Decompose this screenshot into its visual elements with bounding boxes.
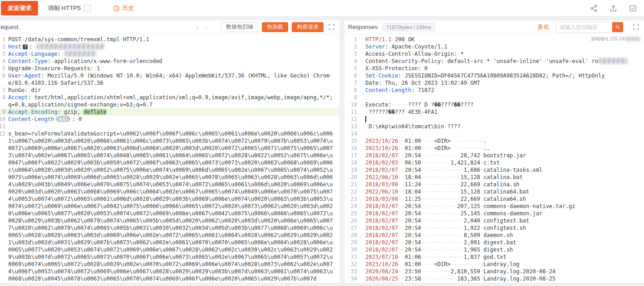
- code-line[interactable]: 7Date:·Thu,·26·Oct·2023·13:02:49·GMT: [344, 79, 644, 87]
- export-icon[interactable]: [610, 5, 617, 12]
- response-viewer[interactable]: 1HTTP/1.1·200·OK2Server:·Apache-Coyote/1…: [344, 34, 644, 283]
- code-line[interactable]: 162023/10/26··01:00····<DIR>··········..: [344, 145, 644, 152]
- code-line[interactable]: 5X-XSS-Protection:·0: [344, 65, 644, 72]
- code-text: ··: [398, 247, 404, 253]
- code-line[interactable]: 1POST·/data/sys-common/treexml.tmpl·HTTP…: [0, 36, 339, 43]
- code-text: D:\ekp\win64\tomcat\bin: [369, 123, 444, 130]
- code-line[interactable]: 202022/06/10··18:04············15,128·ca…: [344, 174, 644, 181]
- force-https-checkbox[interactable]: [84, 5, 91, 12]
- code-line[interactable]: 212018/03/08··11:24············22,669·ca…: [344, 181, 644, 188]
- code-line[interactable]: 252018/02/07··20:54············25,145·co…: [344, 210, 644, 217]
- code-line[interactable]: 152023/10/26··01:00····<DIR>··········.: [344, 137, 644, 145]
- beautify-button[interactable]: 美化: [537, 23, 549, 31]
- code-text: ·: [444, 58, 447, 64]
- code-line[interactable]: 8Accept:·text/html,application/xhtml+xml…: [0, 94, 339, 108]
- code-text: 2018/03/08: [365, 196, 398, 202]
- force-https-toggle[interactable]: 强制 HTTPS: [48, 4, 91, 12]
- request-tab[interactable]: Request: [0, 24, 18, 30]
- report-check-icon[interactable]: [629, 5, 637, 12]
- code-line[interactable]: 6Set-Cookie:·JSESSIONID=DF04567C47756A10…: [344, 72, 644, 79]
- code-line[interactable]: 312023/07/10··01:06·············1,837·go…: [344, 253, 644, 261]
- code-line[interactable]: 14: [344, 130, 644, 137]
- code-text: auto: [56, 116, 70, 122]
- chevron-right-icon[interactable]: ›: [205, 23, 207, 31]
- line-number: 8: [344, 87, 363, 94]
- code-line[interactable]: 4Content-Security-Policy:·default-src·*·…: [344, 58, 644, 65]
- code-line[interactable]: 11: [0, 123, 339, 130]
- code-line[interactable]: 292018/02/07··20:54·············2,091·di…: [344, 239, 644, 246]
- code-text: :: [29, 44, 32, 50]
- code-line[interactable]: 9: [344, 94, 644, 101]
- expand-request-icon[interactable]: [328, 24, 335, 30]
- code-text: 2018/02/07: [365, 167, 398, 173]
- build-request-button[interactable]: 构造请求: [292, 22, 324, 32]
- code-text: commons-daemon-native.tar.gz: [483, 203, 575, 209]
- toolbar: 发送请求 强制 HTTPS 历史: [0, 0, 644, 17]
- code-line[interactable]: 2Server:·Apache-Coyote/1.1: [344, 43, 644, 50]
- code-line[interactable]: 10Content-Lengthauto:·0: [0, 116, 339, 123]
- packet-scan-button[interactable]: 数据包扫描: [221, 22, 258, 32]
- code-line[interactable]: 182018/02/03··06:50·········1,421,824·c.…: [344, 159, 644, 166]
- main-split: Request ‹ › 数据包扫描 热加载 构造请求 1POST·/data/s…: [0, 17, 644, 283]
- request-editor[interactable]: 1POST·/data/sys-common/treexml.tmpl·HTTP…: [0, 34, 339, 283]
- code-text: digest.sh: [483, 247, 513, 253]
- code-line[interactable]: 322023/10/26··01:00····<DIR>··········La…: [344, 261, 644, 268]
- code-line[interactable]: 172018/02/07··20:54············28,742·bo…: [344, 152, 644, 159]
- code-line[interactable]: 9Accept-Encoding:·gzip,·deflate: [0, 108, 339, 116]
- code-line[interactable]: 4Content-Type:·application/x-www-form-ur…: [0, 58, 339, 65]
- code-line[interactable]: 11·??????��???·4E3E-4FA1: [344, 108, 644, 116]
- code-line[interactable]: 3Accept-Language:·: [0, 50, 339, 58]
- code-line[interactable]: 332020/08/24··23:50·········2,810,559·La…: [344, 268, 644, 275]
- code-text: ····: [421, 138, 434, 144]
- request-panel: Request ‹ › 数据包扫描 热加载 构造请求 1POST·/data/s…: [0, 20, 339, 283]
- code-line[interactable]: 13·D:\ekp\win64\tomcat\bin·????: [344, 123, 644, 130]
- code-line[interactable]: 2Host?:·: [0, 43, 339, 50]
- code-line[interactable]: 6User-Agent:·Mozilla/5.0·(Windows·NT·10.…: [0, 72, 339, 87]
- code-text: commons-daemon.jar: [483, 210, 542, 217]
- line-number: 1: [344, 36, 363, 43]
- code-text: ·: [33, 44, 36, 50]
- code-line[interactable]: 262018/02/07··20:54·············2,040·co…: [344, 217, 644, 224]
- chevron-left-icon[interactable]: ‹: [197, 23, 199, 31]
- response-panel: Responses 71872bytes / 199ms 美化 远端地址:120…: [344, 20, 644, 283]
- send-request-button[interactable]: 发送请求: [1, 1, 38, 15]
- search-button[interactable]: [612, 22, 623, 32]
- code-line[interactable]: 222022/06/10··18:04············15,128·ca…: [344, 188, 644, 195]
- code-text: 2023: [424, 80, 438, 86]
- line-number: 12: [0, 130, 5, 137]
- code-line[interactable]: 7RunGo:·dir: [0, 87, 339, 94]
- code-line[interactable]: 10Execute:·····????·D·?��????��????: [344, 101, 644, 108]
- responses-tab[interactable]: Responses: [348, 24, 378, 30]
- line-number: 15: [344, 137, 363, 145]
- share-icon[interactable]: [590, 5, 598, 12]
- code-line[interactable]: 282018/02/07··20:54·············8,509·da…: [344, 232, 644, 239]
- code-text: 2018/02/07: [365, 247, 398, 253]
- code-line[interactable]: 192018/02/07··20:54·············1,686·ca…: [344, 166, 644, 174]
- code-line[interactable]: 242018/02/07··20:54···········207,125·co…: [344, 203, 644, 210]
- code-text: 2023/10/26: [365, 138, 398, 144]
- code-line[interactable]: 272018/02/07··20:54·············1,922·co…: [344, 224, 644, 232]
- code-line[interactable]: 3Access-Control-Allow-Origin:·*: [344, 50, 644, 58]
- code-line[interactable]: 232018/03/08··11:25············22,669·ca…: [344, 195, 644, 203]
- code-text: OK: [408, 36, 414, 43]
- code-line[interactable]: 12: [344, 116, 644, 123]
- expand-response-icon[interactable]: [633, 24, 639, 30]
- redacted-blur: [599, 58, 627, 64]
- code-text: 10.0;: [126, 73, 143, 79]
- code-text: ·: [244, 73, 247, 79]
- code-text: ·············: [421, 218, 464, 224]
- hot-reload-button[interactable]: 热加载: [262, 22, 288, 32]
- code-line[interactable]: 8Content-Length:·71872: [344, 87, 644, 94]
- history-button[interactable]: 历史: [113, 4, 134, 12]
- code-text: 1,965: [464, 247, 480, 253]
- code-line[interactable]: 352020/08/26··23:58···········178,693·La…: [344, 282, 644, 283]
- code-text: 2022/06/10: [365, 174, 398, 180]
- code-line[interactable]: 12s_bean=ruleFormulaValidate&script=\u00…: [0, 130, 339, 282]
- code-line[interactable]: 342020/08/25··23:58···········183,365·La…: [344, 275, 644, 282]
- code-text: catalina64.sh: [483, 196, 526, 202]
- line-number: 9: [0, 108, 5, 116]
- code-line[interactable]: 5Upgrade-Insecure-Requests:·1: [0, 65, 339, 72]
- line-number: 8: [0, 94, 5, 101]
- code-line[interactable]: 302018/02/07··20:54·············1,965·di…: [344, 246, 644, 253]
- line-number: 11: [344, 108, 363, 116]
